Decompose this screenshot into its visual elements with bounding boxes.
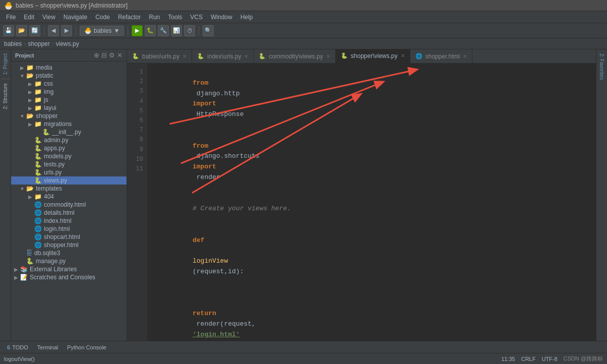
code-editor[interactable]: from django.http import HttpResponse fro… <box>147 64 596 341</box>
todo-tab[interactable]: 6 TODO <box>3 343 32 351</box>
status-bar: logoutView() 11:35 CRLF UTF-8 CSDN @路路标 <box>0 353 607 364</box>
list-item[interactable]: 🐍 admin.py <box>11 136 127 144</box>
py-icon: 🐍 <box>34 153 42 160</box>
menu-item-tools[interactable]: Tools <box>164 13 186 22</box>
tab-close-btn[interactable]: ✕ <box>401 53 405 58</box>
tab-close-btn[interactable]: ✕ <box>463 53 467 59</box>
list-item[interactable]: 🐍 models.py <box>11 152 127 160</box>
code-line: return render(request, 'login.html' ) <box>153 288 590 341</box>
menu-item-code[interactable]: Code <box>91 13 114 22</box>
menu-item-view[interactable]: View <box>38 13 59 22</box>
html-icon: 🌐 <box>34 225 42 232</box>
back-btn[interactable]: ◀ <box>48 25 59 36</box>
list-item[interactable]: ▶ 📁 img <box>11 88 127 96</box>
menu-item-help[interactable]: Help <box>236 13 257 22</box>
settings-btn[interactable]: ⚙ <box>109 51 115 59</box>
menu-item-vcs[interactable]: VCS <box>186 13 207 22</box>
run-btn[interactable]: ▶ <box>132 25 143 36</box>
open-btn[interactable]: 📂 <box>16 25 27 36</box>
build-btn[interactable]: 🔧 <box>158 25 169 36</box>
list-item[interactable]: 🐍 __init__.py <box>11 128 127 136</box>
project-dropdown[interactable]: 🐣 babies ▼ <box>80 26 124 36</box>
tab-label: shopper\views.py <box>351 52 398 59</box>
breadcrumb-babies[interactable]: babies <box>4 40 22 47</box>
sep: › <box>24 40 26 47</box>
code-line: def loginView (request,id): <box>153 225 590 288</box>
debug-btn[interactable]: 🐛 <box>145 25 156 36</box>
list-item[interactable]: ▼ 📂 templates <box>11 185 127 193</box>
list-item[interactable]: 🌐 shopcart.html <box>11 233 127 241</box>
toolbar: 💾 📂 🔄 ◀ ▶ 🐣 babies ▼ ▶ 🐛 🔧 📊 ⏱ 🔍 <box>0 23 607 38</box>
tab-close-btn[interactable]: ✕ <box>326 53 330 59</box>
list-item[interactable]: 🐍 manage.py <box>11 257 127 265</box>
list-item[interactable]: 🌐 commodity.html <box>11 201 127 209</box>
project-tab[interactable]: 1: Project <box>2 51 9 77</box>
list-item[interactable]: ▼ 📂 pstatic <box>11 72 127 80</box>
list-item[interactable]: ▼ 📂 shopper <box>11 112 127 120</box>
list-item[interactable]: 🐍 urls.py <box>11 168 127 176</box>
expand-all-btn[interactable]: ⊕ <box>94 51 99 59</box>
list-item[interactable]: ▶ 📁 media <box>11 64 127 72</box>
list-item[interactable]: 🌐 index.html <box>11 217 127 225</box>
bottom-tabs: 6 TODO Terminal Python Console <box>0 341 607 353</box>
tab-shopper-html[interactable]: 🌐 shopper.html ✕ <box>410 49 473 63</box>
list-item[interactable]: ▶ 📁 404 <box>11 193 127 201</box>
menu-item-run[interactable]: Run <box>145 13 164 22</box>
list-item[interactable]: ▶ 📁 layui <box>11 104 127 112</box>
list-item[interactable]: 🌐 shopper.html <box>11 241 127 249</box>
editor-area: 🐍 babies\urls.py ✕ 🐍 index\urls.py ✕ 🐍 c… <box>127 49 596 341</box>
favorites-tab[interactable]: 2: Favorites <box>598 51 605 82</box>
hide-btn[interactable]: ✕ <box>117 51 123 59</box>
dropdown-arrow: ▼ <box>113 27 119 34</box>
menu-item-refactor[interactable]: Refactor <box>114 13 145 22</box>
tab-shopper-views[interactable]: 🐍 shopper\views.py ✕ <box>336 49 410 63</box>
list-item[interactable]: 🐍 views.py <box>11 176 127 185</box>
list-item[interactable]: ▶ 📁 js <box>11 96 127 104</box>
fwd-btn[interactable]: ▶ <box>61 25 72 36</box>
list-item[interactable]: 🗄 db.sqlite3 <box>11 249 127 257</box>
py-tab-icon: 🐍 <box>132 53 139 59</box>
menu-item-window[interactable]: Window <box>207 13 236 22</box>
tab-close-btn[interactable]: ✕ <box>183 53 187 59</box>
list-item[interactable]: ▶ 📝 Scratches and Consoles <box>11 273 127 281</box>
menu-item-edit[interactable]: Edit <box>20 13 38 22</box>
arrow-icon: ▶ <box>13 267 19 272</box>
html-tab-icon: 🌐 <box>415 53 422 59</box>
breadcrumb-shopper[interactable]: shopper <box>28 40 49 47</box>
html-icon: 🌐 <box>34 209 42 216</box>
python-console-tab[interactable]: Python Console <box>63 343 110 351</box>
list-item[interactable]: 🐍 apps.py <box>11 144 127 152</box>
list-item[interactable]: ▶ 📁 css <box>11 80 127 88</box>
list-item[interactable]: 🌐 details.html <box>11 209 127 217</box>
py-icon: 🐍 <box>42 129 50 136</box>
structure-tab[interactable]: 2: Structure <box>2 81 9 111</box>
arrow-icon: ▶ <box>27 97 33 103</box>
tab-close-btn[interactable]: ✕ <box>244 53 248 59</box>
coverage-btn[interactable]: 📊 <box>171 25 182 36</box>
profile-btn[interactable]: ⏱ <box>184 25 195 36</box>
item-label: urls.py <box>44 169 62 176</box>
list-item[interactable]: 🐍 tests.py <box>11 160 127 168</box>
line-col: 11:35 <box>501 356 515 362</box>
save-btn[interactable]: 💾 <box>3 25 14 36</box>
py-icon: 🐍 <box>34 137 42 144</box>
tab-index-urls[interactable]: 🐍 index\urls.py ✕ <box>192 49 254 63</box>
item-label: css <box>44 80 53 87</box>
tab-label: Python Console <box>67 344 106 350</box>
status-right: 11:35 CRLF UTF-8 CSDN @路路标 <box>501 355 603 362</box>
crlf: CRLF <box>521 356 536 362</box>
menu-item-navigate[interactable]: Navigate <box>59 13 91 22</box>
sync-btn[interactable]: 🔄 <box>29 25 40 36</box>
terminal-tab[interactable]: Terminal <box>33 343 63 351</box>
menu-item-file[interactable]: File <box>2 13 20 22</box>
tab-babies-urls[interactable]: 🐍 babies\urls.py ✕ <box>127 49 192 63</box>
list-item[interactable]: ▶ 📁 migrations <box>11 120 127 128</box>
search-btn[interactable]: 🔍 <box>203 25 214 36</box>
list-item[interactable]: 🌐 login.html <box>11 225 127 233</box>
collapse-btn[interactable]: ⊟ <box>101 51 107 59</box>
arrow-icon: ▼ <box>19 113 25 119</box>
tab-commodity-views[interactable]: 🐍 commodity\views.py ✕ <box>254 49 335 63</box>
tab-label: babies\urls.py <box>142 53 179 60</box>
breadcrumb-views[interactable]: views.py <box>56 40 79 47</box>
list-item[interactable]: ▶ 📚 External Libraries <box>11 265 127 273</box>
